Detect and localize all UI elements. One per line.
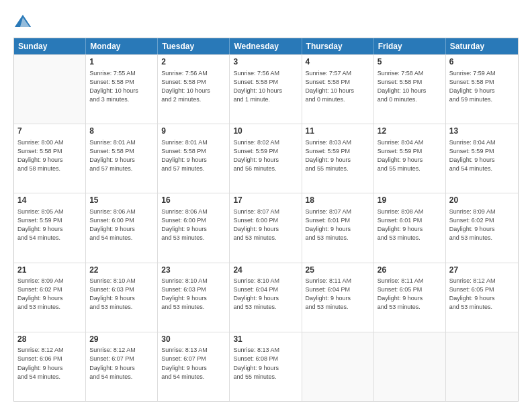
day-info-line: Sunrise: 8:07 AM <box>233 208 279 215</box>
cal-header-cell: Tuesday <box>158 38 230 54</box>
day-info-line: Daylight: 9 hours <box>306 156 351 163</box>
calendar-row: 21Sunrise: 8:09 AMSunset: 6:02 PMDayligh… <box>14 263 518 332</box>
calendar-row: 14Sunrise: 8:05 AMSunset: 5:59 PMDayligh… <box>14 193 518 262</box>
day-number: 22 <box>89 265 154 276</box>
day-number: 10 <box>233 126 298 137</box>
day-number: 14 <box>17 195 82 206</box>
calendar-cell: 3Sunrise: 7:56 AMSunset: 5:58 PMDaylight… <box>230 55 302 124</box>
calendar: SundayMondayTuesdayWednesdayThursdayFrid… <box>13 38 519 402</box>
day-info-line: Daylight: 9 hours <box>89 365 135 371</box>
day-info-line: Daylight: 9 hours <box>378 156 423 163</box>
day-info: Sunrise: 8:11 AMSunset: 6:05 PMDaylight:… <box>378 277 442 312</box>
cal-header-cell: Monday <box>86 38 158 54</box>
day-info-line: and 53 minutes. <box>449 304 492 310</box>
day-info-line: Daylight: 9 hours <box>378 295 423 302</box>
day-info-line: Sunset: 6:04 PM <box>306 286 351 293</box>
day-info-line: Sunset: 5:59 PM <box>378 148 423 154</box>
calendar-cell: 11Sunrise: 8:03 AMSunset: 5:59 PMDayligh… <box>302 124 374 193</box>
day-number: 2 <box>161 57 226 68</box>
day-info-line: and 55 minutes. <box>233 373 276 380</box>
day-info-line: Daylight: 9 hours <box>161 156 207 163</box>
cal-header-cell: Saturday <box>446 38 518 54</box>
day-info-line: and 53 minutes. <box>378 234 420 241</box>
day-info-line: Sunset: 6:04 PM <box>233 286 278 293</box>
day-info: Sunrise: 8:01 AMSunset: 5:58 PMDaylight:… <box>89 138 154 173</box>
calendar-row: 28Sunrise: 8:12 AMSunset: 6:06 PMDayligh… <box>14 332 518 401</box>
day-info-line: Sunset: 6:07 PM <box>89 355 134 362</box>
day-info: Sunrise: 8:09 AMSunset: 6:02 PMDaylight:… <box>17 277 82 312</box>
calendar-cell: 21Sunrise: 8:09 AMSunset: 6:02 PMDayligh… <box>14 263 86 332</box>
calendar-cell: 12Sunrise: 8:04 AMSunset: 5:59 PMDayligh… <box>374 124 446 193</box>
day-info-line: and 0 minutes. <box>306 96 345 103</box>
day-info: Sunrise: 8:05 AMSunset: 5:59 PMDaylight:… <box>17 208 82 242</box>
day-info: Sunrise: 8:04 AMSunset: 5:59 PMDaylight:… <box>449 138 515 173</box>
day-info-line: Sunrise: 8:12 AM <box>17 347 64 353</box>
day-info-line: Sunset: 6:00 PM <box>161 217 206 224</box>
cal-header-cell: Friday <box>374 38 446 54</box>
day-number: 6 <box>449 57 515 68</box>
day-number: 3 <box>233 57 298 68</box>
day-number: 26 <box>378 265 442 276</box>
day-info-line: and 54 minutes. <box>89 234 132 241</box>
day-info-line: Sunset: 6:01 PM <box>378 217 423 224</box>
day-info-line: Sunrise: 7:57 AM <box>306 70 352 77</box>
day-info-line: and 53 minutes. <box>89 304 132 310</box>
day-info-line: Daylight: 9 hours <box>306 295 351 302</box>
calendar-cell: 13Sunrise: 8:04 AMSunset: 5:59 PMDayligh… <box>446 124 518 193</box>
day-info: Sunrise: 7:56 AMSunset: 5:58 PMDaylight:… <box>233 69 298 104</box>
day-info-line: Sunset: 6:02 PM <box>449 217 494 224</box>
day-info-line: Sunset: 5:59 PM <box>449 148 494 154</box>
day-info-line: Sunrise: 8:02 AM <box>233 139 279 146</box>
calendar-cell: 8Sunrise: 8:01 AMSunset: 5:58 PMDaylight… <box>86 124 158 193</box>
day-number: 28 <box>17 334 82 345</box>
day-number: 12 <box>378 126 442 137</box>
day-number: 11 <box>306 126 370 137</box>
day-info-line: Sunset: 6:06 PM <box>17 355 62 362</box>
calendar-cell: 1Sunrise: 7:55 AMSunset: 5:58 PMDaylight… <box>86 55 158 124</box>
day-info: Sunrise: 8:01 AMSunset: 5:58 PMDaylight:… <box>161 138 226 173</box>
calendar-cell: 15Sunrise: 8:06 AMSunset: 6:00 PMDayligh… <box>86 193 158 262</box>
day-info: Sunrise: 7:59 AMSunset: 5:58 PMDaylight:… <box>449 69 515 104</box>
day-info-line: Sunset: 5:58 PM <box>306 79 351 85</box>
day-info-line: Sunrise: 8:11 AM <box>306 277 352 284</box>
calendar-cell: 29Sunrise: 8:12 AMSunset: 6:07 PMDayligh… <box>86 332 158 401</box>
day-info: Sunrise: 8:00 AMSunset: 5:58 PMDaylight:… <box>17 138 82 173</box>
day-number: 20 <box>449 195 515 206</box>
day-info-line: and 59 minutes. <box>449 96 492 103</box>
day-info-line: Daylight: 10 hours <box>89 87 138 94</box>
day-info-line: and 53 minutes. <box>449 234 492 241</box>
day-info-line: Sunrise: 8:11 AM <box>378 277 424 284</box>
day-number: 1 <box>89 57 154 68</box>
day-info-line: Daylight: 10 hours <box>161 87 210 94</box>
day-info-line: Sunset: 5:59 PM <box>233 148 278 154</box>
day-info: Sunrise: 8:02 AMSunset: 5:59 PMDaylight:… <box>233 138 298 173</box>
day-info: Sunrise: 8:10 AMSunset: 6:03 PMDaylight:… <box>89 277 154 312</box>
calendar-cell: 27Sunrise: 8:12 AMSunset: 6:05 PMDayligh… <box>446 263 518 332</box>
day-number: 7 <box>17 126 82 137</box>
day-info-line: Sunrise: 8:00 AM <box>17 139 64 146</box>
day-info-line: Sunrise: 8:10 AM <box>89 277 136 284</box>
day-info-line: Daylight: 9 hours <box>233 226 279 232</box>
calendar-cell: 30Sunrise: 8:13 AMSunset: 6:07 PMDayligh… <box>158 332 230 401</box>
day-info-line: Sunrise: 8:10 AM <box>233 277 279 284</box>
day-info-line: and 54 minutes. <box>17 234 60 241</box>
calendar-cell <box>446 332 518 401</box>
day-info-line: and 0 minutes. <box>378 96 417 103</box>
day-number: 15 <box>89 195 154 206</box>
day-info-line: and 58 minutes. <box>17 165 60 172</box>
day-info-line: Daylight: 10 hours <box>306 87 355 94</box>
day-number: 25 <box>306 265 370 276</box>
day-info-line: and 3 minutes. <box>89 96 129 103</box>
page: SundayMondayTuesdayWednesdayThursdayFrid… <box>0 0 532 411</box>
day-info-line: Daylight: 9 hours <box>449 226 495 232</box>
day-info-line: and 55 minutes. <box>378 165 420 172</box>
calendar-cell: 4Sunrise: 7:57 AMSunset: 5:58 PMDaylight… <box>302 55 374 124</box>
day-info-line: Sunset: 6:00 PM <box>89 217 134 224</box>
calendar-cell: 19Sunrise: 8:08 AMSunset: 6:01 PMDayligh… <box>374 193 446 262</box>
calendar-header: SundayMondayTuesdayWednesdayThursdayFrid… <box>14 38 518 54</box>
day-info-line: Sunset: 5:59 PM <box>306 148 351 154</box>
day-info-line: Daylight: 9 hours <box>233 365 279 371</box>
day-info-line: Sunset: 5:58 PM <box>89 148 134 154</box>
day-info-line: and 56 minutes. <box>233 165 276 172</box>
cal-header-cell: Sunday <box>14 38 86 54</box>
